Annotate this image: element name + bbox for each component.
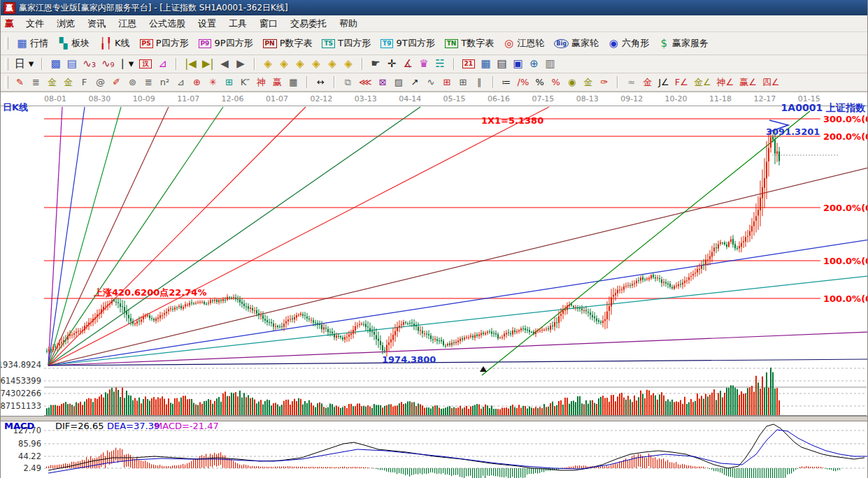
circle-360-icon[interactable]: ⊚ <box>124 75 141 89</box>
nav-prev-button[interactable]: ◀ <box>217 57 233 71</box>
spiral-tool-icon[interactable]: @ <box>92 75 108 89</box>
toolbar-grip[interactable] <box>5 37 8 50</box>
gann-wheel-button[interactable]: ◎ 江恩轮 <box>499 35 549 52</box>
menu-item[interactable]: 资讯 <box>81 16 112 31</box>
hand-tool-icon[interactable]: ☛ <box>368 57 384 71</box>
grid-comb-icon[interactable]: ≣ <box>141 75 157 89</box>
shen-angle-icon[interactable]: 神∠ <box>714 75 737 89</box>
winner-service-button[interactable]: $ 赢家服务 <box>654 35 713 52</box>
mind-map-icon[interactable]: ☵ <box>432 57 448 71</box>
separator[interactable] <box>448 56 460 72</box>
p-digit-table-button[interactable]: PN P数字表 <box>258 35 318 52</box>
nine-t-square-button[interactable]: T9 9T四方形 <box>376 35 440 52</box>
cap-tool-icon[interactable]: ♛ <box>416 57 432 71</box>
menu-item[interactable]: 文件 <box>20 16 50 31</box>
winner-wheel-button[interactable]: Big 赢家轮 <box>549 35 604 52</box>
gold-comb-2-icon[interactable]: 金 <box>60 75 76 89</box>
p-square-button[interactable]: PS P四方形 <box>135 35 194 52</box>
shen-grid-icon[interactable]: 神 <box>253 75 269 89</box>
gold-comb-1-icon[interactable]: 金 <box>44 75 60 89</box>
wave-9-icon[interactable]: ∿₉ <box>99 57 118 71</box>
nav-last-button[interactable]: ▶| <box>199 57 217 71</box>
percent-icon[interactable]: % <box>532 75 548 89</box>
gold-angle-icon[interactable]: 金∠ <box>691 75 714 89</box>
box-tool-icon[interactable]: ⧉ <box>340 75 356 89</box>
grid-2-icon[interactable]: ⊞ <box>455 75 471 89</box>
ying-grid-icon[interactable]: 赢 <box>269 75 285 89</box>
separator[interactable] <box>36 56 48 72</box>
t-digit-table-button[interactable]: TN T数字表 <box>440 35 499 52</box>
menu-item[interactable]: 工具 <box>222 16 253 31</box>
gann-angle-star-icon[interactable]: ◈ <box>325 57 341 71</box>
crosshair-tool-icon[interactable]: ✛ <box>384 57 400 71</box>
separator[interactable] <box>612 74 623 90</box>
separator[interactable] <box>357 56 368 72</box>
gann-circle-icon[interactable]: ⊕ <box>189 75 205 89</box>
title-bar[interactable]: 赢 赢家江恩专业版[赢家内部服务平台] - [上证指数 SH1A0001-362… <box>1 0 867 15</box>
period-selector[interactable]: 日 ▾ <box>12 57 36 71</box>
gold-channel-icon[interactable]: 金 <box>639 75 655 89</box>
remote-pc-icon[interactable]: ▥ <box>542 57 558 71</box>
menu-item[interactable]: 帮助 <box>333 16 364 31</box>
mirror-angle-icon[interactable]: ⊿ <box>173 75 189 89</box>
ruler-grid-icon[interactable]: ▦ <box>285 75 301 89</box>
gann-fan-icon[interactable]: ⋘ <box>356 75 375 89</box>
pen-tool-icon[interactable]: ✎ <box>12 75 28 89</box>
notes-icon[interactable]: ▤ <box>494 57 510 71</box>
trend-line-icon[interactable]: ↗ <box>407 75 423 89</box>
menu-item[interactable]: 公式选股 <box>143 16 192 31</box>
calendar-icon[interactable]: 21 <box>460 57 478 71</box>
calculator-icon[interactable]: ▦ <box>478 57 494 71</box>
angle-measure-icon[interactable]: ∡ <box>400 57 416 71</box>
menu-item[interactable]: 江恩 <box>112 16 143 31</box>
toolbar-grip[interactable] <box>5 76 8 89</box>
width-measure-icon[interactable]: ↔ <box>313 75 329 89</box>
gann-star-icon[interactable]: ✳ <box>205 75 221 89</box>
nav-first-button[interactable]: |◀ <box>182 57 199 71</box>
time-comb-icon[interactable]: ≣ <box>28 75 44 89</box>
four-angle-icon[interactable]: 四∠ <box>760 75 783 89</box>
wave-3-icon[interactable]: ∿₃ <box>80 57 99 71</box>
j-angle-icon[interactable]: J∠ <box>655 75 672 89</box>
gann-angle-horizontal-icon[interactable]: ◈ <box>292 57 308 71</box>
sectors-button[interactable]: ▚ 板块 <box>53 35 94 52</box>
multi-line-icon[interactable]: ∥ <box>471 75 488 89</box>
gann-angle-all-icon[interactable]: ◈ <box>341 57 357 71</box>
save-disk-icon[interactable]: ▣ <box>510 57 526 71</box>
percent-slash-icon[interactable]: ∕% <box>515 75 532 89</box>
price-pen-icon[interactable]: ✐ <box>108 75 124 89</box>
menu-item[interactable]: 交易委托 <box>284 16 333 31</box>
candle-style-selector[interactable]: ∣ ▾ <box>118 57 137 71</box>
separator[interactable] <box>249 56 260 72</box>
gann-angle-left-icon[interactable]: ◈ <box>260 57 276 71</box>
kline-button[interactable]: ╽╿ K线 <box>94 35 135 52</box>
percent-line-icon[interactable]: % <box>548 75 564 89</box>
shade-box-icon[interactable]: ▨ <box>391 75 407 89</box>
menu-item[interactable]: 设置 <box>192 16 222 31</box>
menu-item[interactable]: 窗口 <box>253 16 284 31</box>
gann-box-icon[interactable]: ⊞ <box>221 75 237 89</box>
f-angle-icon[interactable]: F∠ <box>672 75 691 89</box>
separator[interactable] <box>329 74 340 90</box>
wave-tool-icon[interactable]: ≈ <box>623 75 639 89</box>
gann-angle-cross-icon[interactable]: ◈ <box>308 57 325 71</box>
ying-angle-icon[interactable]: 赢∠ <box>737 75 760 89</box>
separator[interactable] <box>301 74 313 90</box>
n-square-icon[interactable]: n² <box>157 75 173 89</box>
distribution-chart-icon[interactable]: ⊿ <box>155 57 171 71</box>
nav-next-button[interactable]: ▶ <box>233 57 249 71</box>
chart-canvas[interactable]: 08-0108-3010-0911-0712-0601-0702-1203-13… <box>1 92 868 478</box>
separator[interactable] <box>488 74 499 90</box>
red-grid-icon[interactable]: ⊞ <box>439 75 455 89</box>
web-sync-icon[interactable]: ⊕ <box>526 57 542 71</box>
info-note-icon[interactable]: ▤ <box>64 57 80 71</box>
market-quotes-button[interactable]: ▦ 行情 <box>12 35 53 52</box>
menu-item[interactable]: 浏览 <box>50 16 81 31</box>
nine-p-square-button[interactable]: P9 9P四方形 <box>194 35 258 52</box>
brush-icon[interactable]: ✑ <box>596 75 612 89</box>
k-mark-icon[interactable]: K″ <box>237 75 253 89</box>
pattern-library-icon[interactable]: 汉 <box>136 57 155 71</box>
gann-angle-right-icon[interactable]: ◈ <box>276 57 292 71</box>
zigzag-icon[interactable]: ∿ <box>423 75 439 89</box>
t-square-button[interactable]: TS T四方形 <box>317 35 376 52</box>
